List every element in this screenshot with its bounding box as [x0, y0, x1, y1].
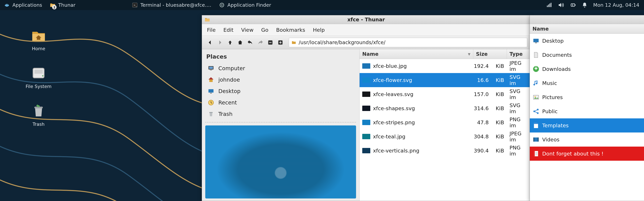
task-label: Terminal - bluesabre@xfce.…	[140, 2, 211, 8]
col-size[interactable]: Size	[473, 49, 507, 59]
home-button[interactable]	[235, 38, 245, 48]
col-name[interactable]: Name ▾	[360, 49, 473, 59]
sidebar-place-trash[interactable]: Trash	[202, 108, 360, 120]
file-type: SVG im	[510, 102, 528, 114]
item-label: Videos	[542, 136, 560, 143]
file-row[interactable]: xfce-shapes.svg314.6 KiBSVG im	[360, 101, 530, 115]
column-headers: Name ▾ Size Type	[360, 49, 530, 59]
task-label: Thunar	[58, 2, 76, 8]
svg-rect-14	[269, 42, 272, 43]
folder-row[interactable]: Videos4.0	[530, 132, 644, 147]
sidebar-divider	[205, 122, 356, 122]
parent-button[interactable]	[225, 38, 235, 48]
thumbnail	[362, 92, 370, 97]
file-row[interactable]: xfce-stripes.png47.8 KiBPNG im	[360, 115, 530, 129]
svg-rect-19	[209, 67, 213, 69]
taskbar-item-terminal[interactable]: >_ Terminal - bluesabre@xfce.…	[128, 0, 215, 10]
clock[interactable]: Mon 12 Aug, 04:14	[593, 2, 639, 8]
desktop-icon-home[interactable]: Home	[22, 27, 55, 51]
xfce-logo-icon	[4, 2, 10, 8]
col-name[interactable]: Name	[530, 24, 644, 34]
file-name: xfce-stripes.png	[373, 119, 415, 125]
file-name: xfce-blue.jpg	[373, 63, 407, 69]
thumbnail	[362, 148, 370, 153]
sidebar-place-home[interactable]: johndoe	[202, 74, 360, 85]
top-panel: Applications 2 Thunar >_ Terminal - blue…	[0, 0, 644, 10]
file-name: xfce-leaves.svg	[373, 91, 414, 97]
panel-tray: Mon 12 Aug, 04:14	[546, 2, 644, 8]
col-type[interactable]: Type	[507, 49, 530, 59]
place-label: Desktop	[218, 88, 240, 94]
file-unit: KiB	[496, 119, 504, 125]
sidebar-place-desktop[interactable]: Desktop	[202, 85, 360, 97]
file-unit: KiB	[496, 63, 504, 69]
desktop-icon-filesystem[interactable]: File System	[22, 65, 55, 89]
item-label: Documents	[542, 52, 572, 58]
taskbar-item-thunar[interactable]: 2 Thunar	[46, 0, 128, 10]
menu-view[interactable]: View	[241, 27, 254, 33]
trash-icon	[30, 102, 47, 119]
videos-icon	[532, 136, 540, 143]
location-bar[interactable]: /usr/local/share/backgrounds/xfce/	[289, 38, 527, 47]
folder-row[interactable]: Templates4.0	[530, 118, 644, 132]
file-type: SVG im	[510, 74, 528, 86]
file-type: PNG im	[510, 145, 528, 157]
file-row[interactable]: xfce-teal.jpg304.8 KiBJPEG im	[360, 129, 530, 144]
place-label: Recent	[218, 99, 237, 106]
folder-row[interactable]: Dont forget about this !0 b	[530, 147, 644, 161]
desktop-icon-label: Trash	[32, 122, 44, 127]
menu-help[interactable]: Help	[313, 27, 325, 33]
zoom-in-button[interactable]	[276, 38, 286, 48]
places-header: Places	[202, 52, 360, 63]
folder-row[interactable]: Music4.0	[530, 76, 644, 90]
taskbar-item-appfinder[interactable]: Application Finder	[215, 0, 275, 10]
folder-row[interactable]: Desktop4.0	[530, 34, 644, 48]
network-icon[interactable]	[546, 2, 552, 8]
file-unit: KiB	[496, 133, 504, 139]
svg-point-1	[8, 4, 8, 5]
svg-rect-21	[208, 89, 214, 93]
drive-icon	[30, 65, 47, 81]
notifications-icon[interactable]	[582, 2, 588, 8]
titlebar[interactable]: xfce - Thunar	[202, 15, 530, 24]
file-row[interactable]: xfce-blue.jpg192.4 KiBJPEG im	[360, 59, 530, 73]
file-unit: KiB	[496, 148, 504, 154]
file-row[interactable]: xfce-leaves.svg157.0 KiBSVG im	[360, 87, 530, 101]
folder-row[interactable]: Downloads4.0	[530, 62, 644, 76]
file-row[interactable]: xfce-flower.svg16.6 KiBSVG im	[360, 73, 530, 87]
menu-edit[interactable]: Edit	[224, 27, 234, 33]
column-headers: Name Size	[530, 24, 644, 34]
redo-button[interactable]	[255, 38, 265, 48]
thumbnail	[362, 77, 370, 83]
applications-menu[interactable]: Applications	[0, 0, 46, 10]
back-button[interactable]	[205, 38, 215, 48]
desktop-icon-trash[interactable]: Trash	[22, 102, 55, 127]
volume-icon[interactable]	[558, 2, 564, 8]
task-label: Application Finder	[228, 2, 271, 8]
home-icon	[207, 76, 215, 83]
music-icon	[532, 80, 540, 87]
menu-bookmarks[interactable]: Bookmarks	[276, 27, 305, 33]
applications-label: Applications	[12, 2, 42, 8]
menubar: File Edit View Go Bookmarks Help	[202, 24, 530, 36]
menu-file[interactable]: File	[207, 27, 216, 33]
doc-icon	[532, 51, 540, 58]
sidebar-place-recent[interactable]: Recent	[202, 97, 360, 108]
file-size: 157.0	[474, 91, 489, 97]
undo-button[interactable]	[245, 38, 255, 48]
folder-icon	[291, 40, 296, 45]
folder-row[interactable]: Documents4.0	[530, 48, 644, 62]
svg-point-29	[534, 96, 536, 97]
titlebar[interactable]: ▾	[530, 15, 644, 24]
menu-go[interactable]: Go	[261, 27, 268, 33]
folder-row[interactable]: Pictures4.0	[530, 90, 644, 104]
battery-icon[interactable]	[570, 2, 576, 8]
zoom-out-button[interactable]	[265, 38, 276, 48]
thunar-window-home: ▾ Name Size Desktop4.0Documents4.0Downlo…	[530, 15, 644, 201]
file-size: 192.4	[474, 63, 489, 69]
forward-button[interactable]	[215, 38, 225, 48]
sidebar-place-computer[interactable]: Computer	[202, 63, 360, 74]
folder-row[interactable]: Public4.0	[530, 104, 644, 118]
svg-rect-24	[209, 112, 213, 113]
file-row[interactable]: xfce-verticals.png390.4 KiBPNG im	[360, 144, 530, 158]
